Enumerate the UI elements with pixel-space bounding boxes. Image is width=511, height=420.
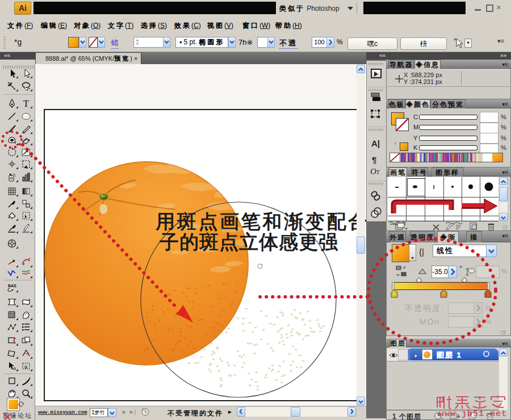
svg-text:T: T (23, 99, 30, 108)
svg-text:BASE: BASE (8, 284, 16, 288)
svg-text:a: a (24, 364, 27, 369)
